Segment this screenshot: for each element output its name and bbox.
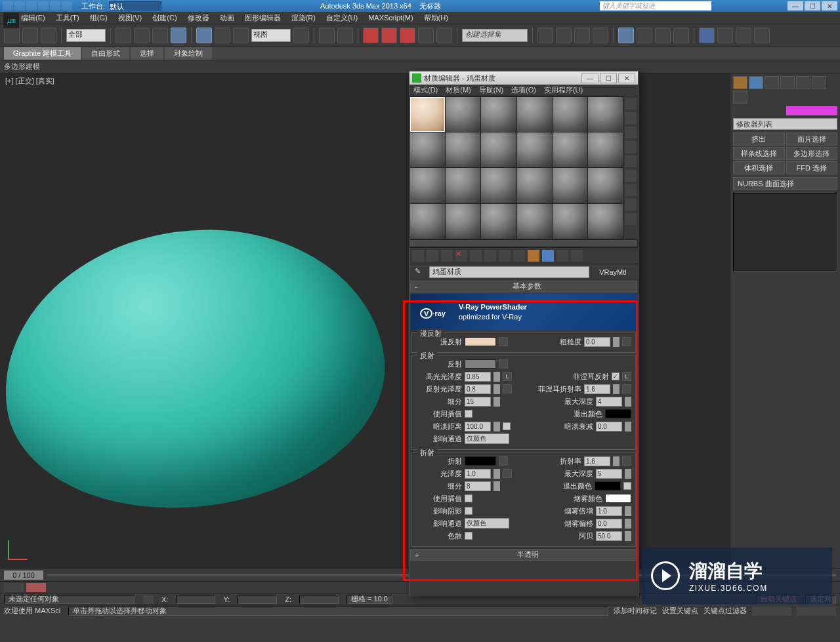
material-slot[interactable]	[517, 168, 552, 203]
render-iterative-icon[interactable]	[717, 28, 733, 43]
refract-color-swatch[interactable]	[465, 456, 496, 466]
qat-icon[interactable]	[38, 1, 49, 10]
play-controls-icon[interactable]	[752, 607, 791, 616]
close-button[interactable]: ✕	[822, 1, 837, 10]
mat-max-button[interactable]: ☐	[600, 73, 617, 83]
fresnel-ior-spinner[interactable]: 1.6	[584, 384, 610, 394]
material-slot[interactable]	[446, 97, 480, 132]
menu-grapheditors[interactable]: 图形编辑器	[245, 13, 281, 23]
select-icon[interactable]	[116, 28, 131, 43]
fresnel-checkbox[interactable]	[612, 372, 620, 380]
modifier-stack[interactable]	[733, 193, 837, 271]
reflect-color-swatch[interactable]	[465, 359, 496, 369]
abbe-spinner[interactable]: 50.0	[596, 531, 622, 541]
hammer-icon[interactable]	[733, 90, 747, 104]
material-slot[interactable]	[410, 132, 445, 167]
refl-interp-checkbox[interactable]	[465, 410, 472, 418]
mat-close-button[interactable]: ✕	[618, 73, 635, 83]
refl-maxdepth-spinner[interactable]: 4	[596, 397, 622, 407]
minimize-button[interactable]: —	[788, 1, 803, 10]
pivot-icon[interactable]	[293, 28, 309, 43]
refr-subdiv-spinner[interactable]: 8	[465, 481, 491, 491]
material-slot[interactable]	[517, 132, 552, 167]
keyfilter-button[interactable]: 关键点过滤器	[704, 606, 747, 616]
sample-uv-icon[interactable]	[625, 141, 637, 153]
modify-panel-icon[interactable]	[749, 76, 763, 89]
fog-bias-spinner[interactable]: 0.0	[596, 519, 622, 529]
reflect-map-button[interactable]	[499, 359, 508, 369]
slot-scrollbar[interactable]	[410, 239, 638, 247]
menu-modifiers[interactable]: 修改器	[188, 13, 209, 23]
redo-icon[interactable]	[22, 28, 38, 43]
material-slot[interactable]	[588, 204, 623, 239]
rollout-basic-params[interactable]: -基本参数	[410, 281, 637, 292]
mat-min-button[interactable]: —	[581, 73, 598, 83]
material-slot[interactable]	[517, 204, 552, 239]
me-menu-utilities[interactable]: 实用程序(U)	[544, 85, 583, 95]
make-preview-icon[interactable]	[625, 170, 637, 182]
backlight-icon[interactable]	[625, 112, 637, 124]
maxscript-mini[interactable]: 欢迎使用 MAXSci	[4, 606, 63, 616]
mirror-icon[interactable]	[537, 28, 553, 43]
make-unique-icon[interactable]	[484, 250, 496, 262]
material-slot[interactable]	[446, 168, 480, 203]
make-unique-icon[interactable]	[776, 277, 791, 290]
material-slot[interactable]	[481, 204, 516, 239]
roughness-spinner[interactable]: 0.0	[584, 337, 610, 347]
trackbar-item[interactable]	[26, 583, 46, 592]
material-slot[interactable]	[553, 132, 587, 167]
refr-gloss-spinner[interactable]: 1.0	[465, 469, 491, 479]
material-slot-active[interactable]	[410, 97, 445, 132]
menu-customize[interactable]: 自定义(U)	[326, 13, 358, 23]
btn-extrude[interactable]: 挤出	[733, 132, 785, 146]
lock-selection-icon[interactable]	[143, 595, 154, 604]
reset-map-icon[interactable]: ✕	[455, 250, 467, 262]
options-icon[interactable]	[625, 184, 637, 196]
material-slot[interactable]	[481, 132, 516, 167]
menu-tools[interactable]: 工具(T)	[56, 13, 79, 23]
menu-views[interactable]: 视图(V)	[118, 13, 142, 23]
show-map-viewport-icon[interactable]	[528, 250, 539, 262]
material-slot[interactable]	[410, 204, 445, 239]
fresnel-lock-button[interactable]: L	[622, 372, 631, 381]
signin-icon[interactable]	[728, 1, 739, 10]
refl-exitcolor-swatch[interactable]	[605, 409, 631, 418]
refl-subdiv-spinner[interactable]: 15	[465, 397, 491, 407]
object-color-swatch[interactable]	[786, 106, 838, 115]
go-parent-icon[interactable]	[556, 250, 568, 262]
help-search-input[interactable]: 键入关键字或短语	[600, 1, 711, 10]
dim-falloff-spinner[interactable]: 0.0	[596, 422, 622, 431]
me-menu-nav[interactable]: 导航(N)	[479, 85, 503, 95]
render-setup-icon[interactable]	[655, 28, 671, 43]
get-material-icon[interactable]	[412, 250, 424, 262]
make-copy-icon[interactable]	[470, 250, 482, 262]
curve-editor-icon[interactable]	[593, 28, 608, 43]
workspace-dropdown[interactable]: 默认	[109, 1, 161, 10]
material-slot[interactable]	[588, 97, 623, 132]
z-coord-input[interactable]	[299, 595, 339, 604]
layers-icon[interactable]	[574, 28, 590, 43]
pick-material-icon[interactable]: ✎	[415, 267, 425, 277]
refr-exitcolor-swatch[interactable]	[595, 481, 621, 491]
assign-to-selection-icon[interactable]	[441, 250, 453, 262]
material-editor-icon[interactable]	[637, 28, 652, 43]
material-name-input[interactable]: 鸡蛋材质	[429, 266, 589, 278]
favorites-icon[interactable]	[755, 1, 765, 10]
qat-icon[interactable]	[62, 1, 72, 10]
tab-paint[interactable]: 对象绘制	[165, 47, 212, 60]
material-slot[interactable]	[481, 97, 516, 132]
viewport-nav-icon[interactable]	[797, 607, 836, 616]
material-slot[interactable]	[481, 168, 516, 203]
btn-poly-select[interactable]: 多边形选择	[786, 147, 838, 160]
video-color-icon[interactable]	[625, 155, 637, 167]
material-slot[interactable]	[588, 132, 623, 167]
qat-icon[interactable]	[26, 1, 37, 10]
btn-patch-select[interactable]: 面片选择	[786, 132, 838, 146]
teapot-activeshade-icon[interactable]	[754, 28, 770, 43]
scale-icon[interactable]	[233, 28, 249, 43]
rect-select-icon[interactable]	[152, 28, 168, 43]
modifier-list-dropdown[interactable]: 修改器列表	[733, 118, 837, 130]
keyboard-shortcuts-icon[interactable]	[337, 28, 353, 43]
material-slot[interactable]	[446, 204, 480, 239]
link-icon[interactable]	[41, 28, 56, 43]
